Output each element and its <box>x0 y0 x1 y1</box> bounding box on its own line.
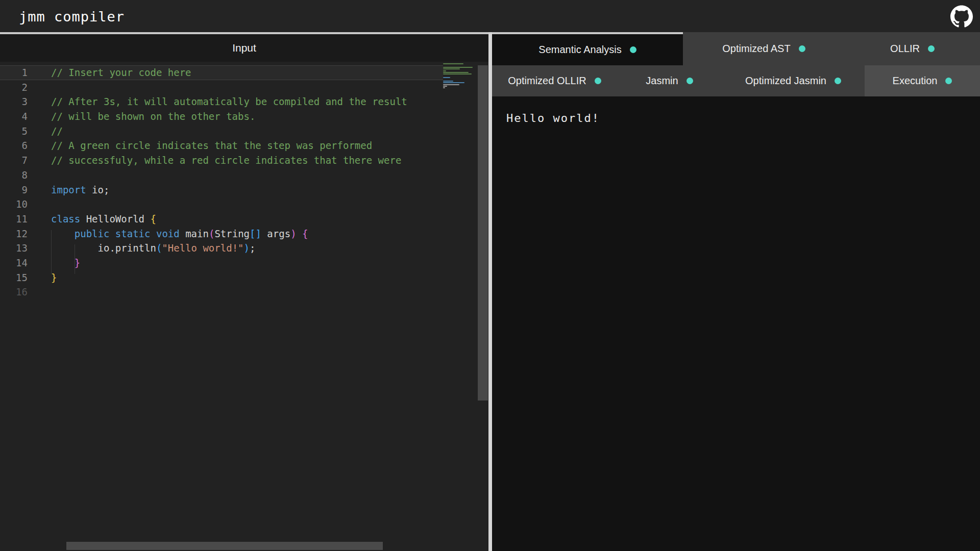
editor-vertical-scrollbar[interactable] <box>478 65 488 400</box>
line-content: io.println("Hello world!"); <box>32 241 443 256</box>
line-number: 11 <box>0 212 32 227</box>
input-panel-header: Input <box>0 32 488 62</box>
tab-label: Semantic Analysis <box>538 44 621 56</box>
minimap-line <box>443 89 477 91</box>
tab-label: Execution <box>893 75 938 87</box>
code-line[interactable]: 15} <box>0 270 443 285</box>
code-line[interactable]: 13 io.println("Hello world!"); <box>0 241 443 256</box>
status-dot <box>595 78 601 84</box>
line-content: // <box>32 124 443 139</box>
line-content: // After 3s, it will automatically be co… <box>32 94 443 109</box>
code-line[interactable]: 1// Insert your code here <box>0 65 443 80</box>
tab-optimized-ollir[interactable]: Optimized OLLIR <box>492 65 617 96</box>
line-content <box>32 197 443 212</box>
line-content <box>32 80 443 95</box>
tab-label: Jasmin <box>646 75 678 87</box>
indent-guide <box>75 244 75 273</box>
line-number: 16 <box>0 285 32 299</box>
line-number: 3 <box>0 94 32 109</box>
line-content: public static void main(String[] args) { <box>32 227 443 241</box>
code-line[interactable]: 11class HelloWorld { <box>0 212 443 227</box>
code-line[interactable]: 10 <box>0 197 443 212</box>
tab-optimized-jasmin[interactable]: Optimized Jasmin <box>722 65 865 96</box>
code-line[interactable]: 8 <box>0 168 443 183</box>
tabs-row-1: Semantic AnalysisOptimized ASTOLLIR <box>492 32 980 65</box>
status-dot <box>835 78 841 84</box>
line-content: } <box>32 270 443 285</box>
line-number: 6 <box>0 138 32 153</box>
line-number: 5 <box>0 124 32 139</box>
line-content: // A green circle indicates that the ste… <box>32 138 443 153</box>
tab-execution[interactable]: Execution <box>865 65 980 96</box>
input-panel: Input 1// Insert your code here23// Afte… <box>0 32 488 551</box>
line-number: 8 <box>0 168 32 183</box>
line-content <box>32 285 443 299</box>
code-line[interactable]: 2 <box>0 80 443 95</box>
tab-optimized-ast[interactable]: Optimized AST <box>683 32 845 65</box>
tab-label: Optimized AST <box>722 43 790 55</box>
editor-horizontal-scrollbar[interactable] <box>66 542 383 550</box>
panel-split-divider[interactable] <box>488 32 492 551</box>
github-icon[interactable] <box>950 5 973 28</box>
line-number: 1 <box>0 65 32 80</box>
results-panel: Semantic AnalysisOptimized ASTOLLIR Opti… <box>492 32 980 551</box>
line-number: 12 <box>0 227 32 241</box>
line-content: // will be shown on the other tabs. <box>32 109 443 124</box>
code-line[interactable]: 5// <box>0 124 443 139</box>
status-dot <box>687 78 693 84</box>
tab-jasmin[interactable]: Jasmin <box>617 65 722 96</box>
top-bar: jmm compiler <box>0 0 980 32</box>
input-panel-title: Input <box>232 42 256 54</box>
code-line[interactable]: 6// A green circle indicates that the st… <box>0 138 443 153</box>
line-content: // successfuly, while a red circle indic… <box>32 153 443 168</box>
line-content: class HelloWorld { <box>32 212 443 227</box>
code-editor[interactable]: 1// Insert your code here23// After 3s, … <box>0 62 488 551</box>
line-number: 13 <box>0 241 32 256</box>
status-dot <box>799 45 805 52</box>
app-title: jmm compiler <box>19 8 125 24</box>
app-window: jmm compiler Input 1// Insert your code … <box>0 0 980 551</box>
status-dot <box>630 46 636 53</box>
code-line[interactable]: 9import io; <box>0 183 443 197</box>
tabs-row-2: Optimized OLLIRJasminOptimized JasminExe… <box>492 65 980 96</box>
line-number: 15 <box>0 270 32 285</box>
line-content <box>32 168 443 183</box>
line-content: import io; <box>32 183 443 197</box>
line-content: } <box>32 256 443 270</box>
code-line[interactable]: 3// After 3s, it will automatically be c… <box>0 94 443 109</box>
line-number: 9 <box>0 183 32 197</box>
line-number: 4 <box>0 109 32 124</box>
indent-guide <box>51 230 52 274</box>
line-number: 2 <box>0 80 32 95</box>
code-line[interactable]: 14 } <box>0 256 443 270</box>
code-line[interactable]: 16 <box>0 285 443 299</box>
line-content: // Insert your code here <box>32 65 443 80</box>
code-line[interactable]: 4// will be shown on the other tabs. <box>0 109 443 124</box>
tab-label: Optimized Jasmin <box>745 75 826 87</box>
tab-semantic-analysis[interactable]: Semantic Analysis <box>492 32 683 65</box>
line-number: 14 <box>0 256 32 270</box>
editor-minimap[interactable] <box>443 63 477 91</box>
tab-label: OLLIR <box>890 43 920 55</box>
editor-lines: 1// Insert your code here23// After 3s, … <box>0 65 443 299</box>
code-line[interactable]: 12 public static void main(String[] args… <box>0 227 443 241</box>
tab-label: Optimized OLLIR <box>508 75 586 87</box>
status-dot <box>945 78 952 84</box>
status-dot <box>928 45 935 52</box>
tab-ollir[interactable]: OLLIR <box>845 32 980 65</box>
code-line[interactable]: 7// successfuly, while a red circle indi… <box>0 153 443 168</box>
line-number: 7 <box>0 153 32 168</box>
line-number: 10 <box>0 197 32 212</box>
execution-output: Hello world! <box>492 96 980 124</box>
